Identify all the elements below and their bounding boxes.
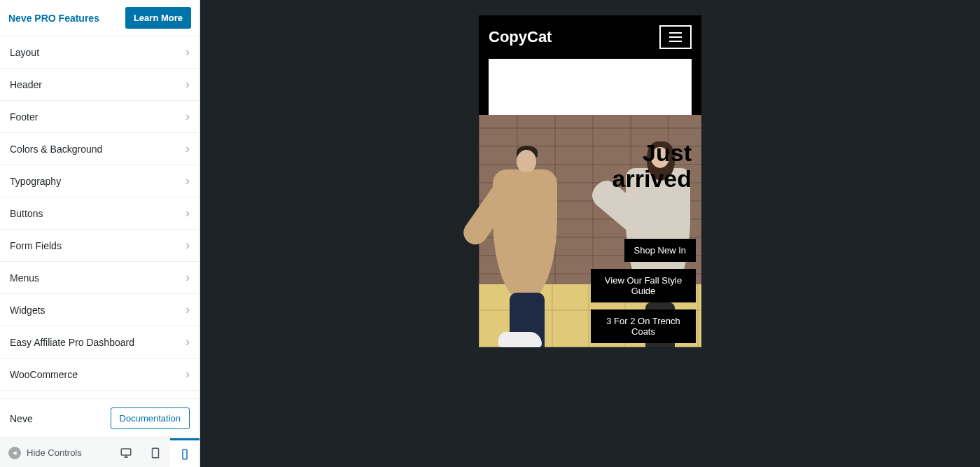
- sidebar-neve-row: Neve Documentation: [0, 398, 200, 438]
- chevron-right-icon: ›: [186, 45, 190, 60]
- sidebar-items: Layout› Header› Footer› Colors & Backgro…: [0, 36, 200, 398]
- sidebar-item-widgets[interactable]: Widgets›: [0, 294, 200, 326]
- hero-button-shop[interactable]: Shop New In: [624, 239, 696, 262]
- site-title[interactable]: CopyCat: [489, 28, 552, 46]
- menu-toggle-button[interactable]: [659, 25, 692, 49]
- customizer-sidebar: Neve PRO Features Learn More Layout› Hea…: [0, 0, 200, 467]
- hero-person-man: [483, 137, 567, 347]
- hero-line2: arrived: [612, 165, 692, 192]
- hero-buttons: Shop New In View Our Fall Style Guide 3 …: [591, 239, 696, 343]
- preview-area: CopyCat Justarrived Shop New In: [200, 0, 980, 467]
- mobile-icon: [178, 448, 191, 461]
- chevron-right-icon: ›: [186, 109, 190, 124]
- device-switcher: [111, 438, 200, 467]
- chevron-right-icon: ›: [186, 367, 190, 382]
- sidebar-item-additionalcss[interactable]: Additional CSS›: [0, 391, 200, 398]
- sidebar-item-label: WooCommerce: [10, 369, 78, 380]
- sidebar-item-label: Typography: [10, 176, 61, 187]
- sidebar-item-label: Easy Affiliate Pro Dashboard: [10, 337, 134, 348]
- chevron-right-icon: ›: [186, 141, 190, 156]
- chevron-right-icon: ›: [186, 77, 190, 92]
- sidebar-item-woocommerce[interactable]: WooCommerce›: [0, 358, 200, 391]
- chevron-right-icon: ›: [186, 238, 190, 253]
- collapse-icon: ◂: [8, 447, 21, 459]
- chevron-right-icon: ›: [186, 174, 190, 188]
- sidebar-item-label: Layout: [10, 47, 39, 58]
- svg-rect-2: [183, 449, 187, 459]
- sidebar-item-label: Buttons: [10, 208, 43, 219]
- hero-button-offer[interactable]: 3 For 2 On Trench Coats: [591, 309, 696, 343]
- device-mobile-button[interactable]: [170, 438, 200, 467]
- hide-controls-button[interactable]: ◂ Hide Controls: [0, 447, 90, 459]
- sidebar-item-label: Widgets: [10, 305, 46, 316]
- neve-label: Neve: [10, 413, 33, 424]
- sidebar-item-label: Colors & Background: [10, 144, 102, 155]
- device-desktop-button[interactable]: [111, 438, 141, 467]
- tablet-icon: [149, 447, 162, 459]
- sidebar-item-buttons[interactable]: Buttons›: [0, 197, 200, 230]
- bottom-bar: ◂ Hide Controls: [0, 438, 200, 467]
- content-placeholder: [489, 59, 692, 115]
- documentation-button[interactable]: Documentation: [111, 407, 190, 429]
- chevron-right-icon: ›: [186, 270, 190, 285]
- sidebar-item-typography[interactable]: Typography›: [0, 165, 200, 197]
- hide-controls-label: Hide Controls: [27, 447, 82, 458]
- sidebar-item-label: Menus: [10, 272, 39, 284]
- sidebar-item-layout[interactable]: Layout›: [0, 36, 200, 69]
- sidebar-item-formfields[interactable]: Form Fields›: [0, 230, 200, 262]
- pro-features-title: Neve PRO Features: [8, 13, 99, 24]
- svg-rect-1: [153, 448, 159, 458]
- sidebar-item-footer[interactable]: Footer›: [0, 101, 200, 133]
- chevron-right-icon: ›: [186, 206, 190, 221]
- pro-features-row: Neve PRO Features Learn More: [0, 0, 200, 36]
- sidebar-item-header[interactable]: Header›: [0, 69, 200, 101]
- hero-button-styleguide[interactable]: View Our Fall Style Guide: [591, 269, 696, 302]
- svg-rect-0: [121, 449, 131, 455]
- hero-heading: Justarrived: [612, 140, 692, 193]
- mobile-preview-frame: CopyCat Justarrived Shop New In: [479, 15, 701, 347]
- site-header: CopyCat: [479, 15, 701, 59]
- sidebar-item-label: Form Fields: [10, 240, 62, 251]
- sidebar-item-affiliate[interactable]: Easy Affiliate Pro Dashboard›: [0, 326, 200, 358]
- sidebar-item-label: Footer: [10, 111, 38, 123]
- learn-more-button[interactable]: Learn More: [125, 7, 191, 29]
- sidebar-item-label: Header: [10, 79, 42, 90]
- hero-line1: Just: [643, 139, 692, 166]
- sidebar-item-colors[interactable]: Colors & Background›: [0, 133, 200, 165]
- device-tablet-button[interactable]: [141, 438, 170, 467]
- hero-section: Justarrived Shop New In View Our Fall St…: [479, 115, 701, 347]
- chevron-right-icon: ›: [186, 302, 190, 317]
- desktop-icon: [120, 447, 132, 459]
- hamburger-icon: [669, 32, 682, 42]
- chevron-right-icon: ›: [186, 335, 190, 349]
- sidebar-item-menus[interactable]: Menus›: [0, 262, 200, 294]
